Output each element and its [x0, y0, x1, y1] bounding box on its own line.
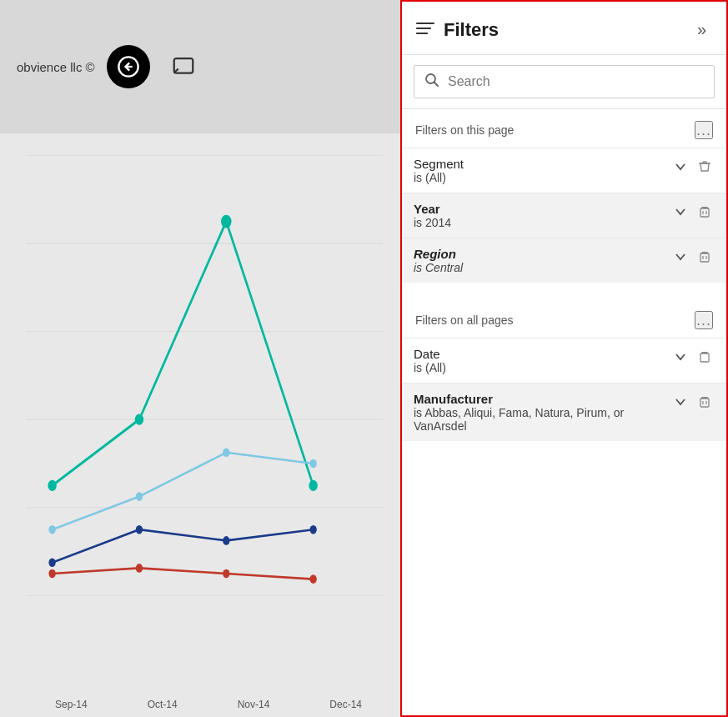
svg-point-24	[309, 574, 316, 584]
manufacturer-clear-button[interactable]	[695, 394, 715, 410]
year-filter-row: Year is 2014	[414, 202, 715, 229]
region-filter-value: is Central	[414, 261, 671, 274]
manufacturer-filter-row: Manufacturer is Abbas, Aliqui, Fama, Nat…	[414, 392, 715, 433]
year-clear-button[interactable]	[695, 203, 715, 220]
svg-point-22	[136, 564, 143, 573]
svg-point-12	[309, 480, 317, 491]
manufacturer-filter-text: Manufacturer is Abbas, Aliqui, Fama, Nat…	[414, 392, 671, 433]
filters-on-page-label: Filters on this page	[415, 123, 514, 137]
svg-point-14	[136, 492, 143, 501]
spacer	[402, 283, 726, 299]
svg-line-29	[434, 83, 439, 87]
manufacturer-filter-name: Manufacturer	[414, 392, 671, 406]
region-filter-text: Region is Central	[414, 247, 671, 274]
svg-rect-34	[700, 208, 709, 217]
year-filter-controls	[671, 203, 715, 220]
date-clear-button[interactable]	[695, 348, 715, 365]
filters-all-pages-label: Filters on all pages	[415, 313, 514, 327]
svg-rect-37	[700, 253, 709, 262]
x-label-dec: Dec-14	[329, 699, 362, 710]
svg-rect-41	[700, 399, 709, 407]
svg-point-23	[223, 569, 229, 579]
svg-point-16	[309, 459, 316, 469]
search-container	[402, 55, 726, 109]
segment-filter: Segment is (All)	[402, 148, 726, 193]
year-chevron-button[interactable]	[671, 204, 690, 219]
segment-filter-controls	[671, 158, 715, 175]
x-axis: Sep-14 Oct-14 Nov-14 Dec-14	[25, 699, 392, 710]
filters-header: Filters »	[402, 2, 726, 55]
search-input[interactable]	[448, 74, 704, 89]
segment-clear-button[interactable]	[695, 158, 715, 175]
x-label-sep: Sep-14	[55, 699, 88, 710]
svg-point-21	[48, 569, 55, 579]
chat-button[interactable]	[162, 45, 205, 88]
segment-filter-value: is (All)	[414, 171, 671, 184]
back-button[interactable]	[107, 45, 150, 88]
year-filter-name: Year	[414, 202, 671, 216]
brand-text: obvience llc ©	[17, 60, 95, 74]
collapse-filters-button[interactable]: »	[690, 17, 713, 43]
region-filter-name: Region	[414, 247, 671, 261]
manufacturer-filter-controls	[671, 394, 715, 410]
region-filter: Region is Central	[402, 238, 726, 283]
chart-area	[0, 133, 400, 684]
region-chevron-button[interactable]	[671, 249, 690, 264]
svg-point-19	[223, 536, 229, 545]
svg-point-18	[136, 525, 143, 534]
filters-on-page-more-button[interactable]: ...	[695, 121, 713, 139]
svg-point-11	[221, 215, 232, 228]
date-filter-controls	[671, 348, 715, 365]
year-filter-value: is 2014	[414, 216, 671, 229]
x-label-oct: Oct-14	[148, 699, 178, 710]
filters-title: Filters	[444, 19, 499, 41]
date-chevron-button[interactable]	[671, 349, 690, 364]
region-filter-row: Region is Central	[414, 247, 715, 274]
region-filter-controls	[671, 248, 715, 265]
date-filter-value: is (All)	[414, 361, 671, 374]
date-filter-name: Date	[414, 347, 671, 361]
region-clear-button[interactable]	[695, 248, 715, 265]
left-panel: obvience llc ©	[0, 0, 400, 717]
manufacturer-filter: Manufacturer is Abbas, Aliqui, Fama, Nat…	[402, 383, 726, 441]
filter-icon	[415, 20, 435, 40]
filters-all-pages-header: Filters on all pages ...	[402, 299, 726, 338]
svg-point-17	[48, 559, 55, 568]
segment-filter-text: Segment is (All)	[414, 157, 671, 184]
filters-title-group: Filters	[415, 19, 499, 41]
svg-point-9	[48, 480, 56, 491]
date-filter: Date is (All)	[402, 338, 726, 383]
segment-chevron-button[interactable]	[671, 159, 690, 174]
svg-point-20	[309, 525, 316, 534]
year-filter-text: Year is 2014	[414, 202, 671, 229]
svg-point-10	[135, 414, 143, 425]
svg-rect-40	[700, 353, 709, 362]
segment-filter-name: Segment	[414, 157, 671, 171]
top-section: obvience llc ©	[0, 0, 400, 133]
manufacturer-filter-value: is Abbas, Aliqui, Fama, Natura, Pirum, o…	[414, 406, 671, 433]
segment-filter-row: Segment is (All)	[414, 157, 715, 184]
filters-all-pages-more-button[interactable]: ...	[695, 311, 713, 329]
manufacturer-chevron-button[interactable]	[671, 394, 690, 409]
svg-point-13	[48, 525, 55, 534]
filters-panel: Filters » Filters on this page ... Segme…	[400, 0, 728, 717]
svg-point-15	[223, 449, 229, 458]
year-filter: Year is 2014	[402, 193, 726, 238]
filters-on-page-header: Filters on this page ...	[402, 109, 726, 148]
search-box[interactable]	[414, 65, 715, 98]
date-filter-row: Date is (All)	[414, 347, 715, 374]
search-icon	[424, 73, 439, 91]
date-filter-text: Date is (All)	[414, 347, 671, 374]
x-label-nov: Nov-14	[238, 699, 270, 710]
